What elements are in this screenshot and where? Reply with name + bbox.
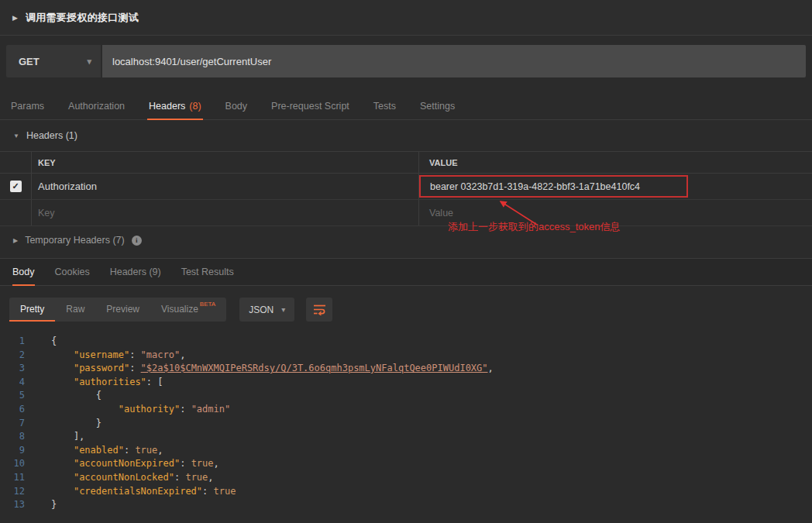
line-number: 3 <box>0 362 25 376</box>
header-value-field[interactable]: bearer 0323b7d1-319a-4822-bbf3-1a71be410… <box>430 181 640 192</box>
view-tab-raw[interactable]: Raw <box>55 298 95 322</box>
line-number: 6 <box>0 403 25 417</box>
wrap-text-icon <box>313 304 326 315</box>
row-checkbox[interactable] <box>10 181 22 192</box>
temporary-headers-label: Temporary Headers (7) <box>25 235 125 246</box>
line-number-gutter: 12345678910111213 <box>0 335 34 512</box>
format-select[interactable]: JSON <box>239 298 294 322</box>
response-view-bar: PrettyRawPreviewVisualizeBETA JSON <box>0 286 812 331</box>
highlight-box: bearer 0323b7d1-319a-4822-bbf3-1a71be410… <box>419 175 688 198</box>
code-line: ], <box>51 430 812 444</box>
code-line: "accountNonExpired": true, <box>51 457 812 471</box>
line-number: 10 <box>0 457 25 471</box>
line-number: 5 <box>0 389 25 403</box>
line-number: 2 <box>0 349 25 363</box>
line-number: 13 <box>0 498 25 512</box>
view-mode-switcher: PrettyRawPreviewVisualizeBETA <box>9 298 226 322</box>
key-column-header: KEY <box>31 152 418 173</box>
annotation-text: 添加上一步获取到的access_token信息 <box>448 220 621 234</box>
headers-section-title: Headers (1) <box>26 130 77 141</box>
table-row: Authorization bearer 0323b7d1-319a-4822-… <box>0 174 812 200</box>
code-line: } <box>51 498 812 512</box>
view-tab-pretty[interactable]: Pretty <box>9 298 55 322</box>
method-label: GET <box>19 56 40 67</box>
code-line: { <box>51 389 812 403</box>
response-tab-test-results[interactable]: Test Results <box>181 259 234 285</box>
request-tab-headers[interactable]: Headers(8) <box>147 93 203 119</box>
code-line: "accountNonLocked": true, <box>51 471 812 485</box>
line-number: 1 <box>0 335 25 349</box>
headers-section-toggle[interactable]: Headers (1) <box>0 120 812 151</box>
response-tab-body[interactable]: Body <box>12 259 35 285</box>
request-title-bar: 调用需要授权的接口测试 <box>0 0 812 36</box>
info-icon[interactable] <box>132 236 142 246</box>
request-tab-settings[interactable]: Settings <box>418 93 456 119</box>
line-number: 4 <box>0 376 25 390</box>
table-row-empty: Key Value <box>0 200 812 226</box>
chevron-down-icon <box>281 305 285 314</box>
code-line: "authority": "admin" <box>51 403 812 417</box>
code-line: { <box>51 335 812 349</box>
code-line: "username": "macro", <box>51 349 812 363</box>
code-line: "credentialsNonExpired": true <box>51 485 812 499</box>
line-number: 9 <box>0 444 25 458</box>
request-tab-params[interactable]: Params <box>9 93 46 119</box>
header-checkbox-column <box>0 152 31 173</box>
line-number: 11 <box>0 471 25 485</box>
request-tab-body[interactable]: Body <box>224 93 249 119</box>
chevron-right-icon <box>13 237 18 244</box>
wrap-text-button[interactable] <box>306 298 332 322</box>
value-column-header: VALUE <box>418 152 812 173</box>
headers-table: KEY VALUE Authorization bearer 0323b7d1-… <box>0 151 812 226</box>
method-select[interactable]: GET <box>6 45 101 77</box>
chevron-down-icon <box>87 57 91 67</box>
line-number: 8 <box>0 430 25 444</box>
request-tabs: ParamsAuthorizationHeaders(8)BodyPre-req… <box>0 93 812 120</box>
headers-table-header: KEY VALUE <box>0 152 812 174</box>
headers-editor: Headers (1) KEY VALUE Authorization bear… <box>0 120 812 254</box>
key-input-placeholder[interactable]: Key <box>31 200 418 225</box>
url-input[interactable]: localhost:9401/user/getCurrentUser <box>102 45 806 77</box>
request-tab-authorization[interactable]: Authorization <box>67 93 126 119</box>
request-url-bar: GET localhost:9401/user/getCurrentUser <box>0 36 812 77</box>
line-number: 7 <box>0 417 25 431</box>
response-tabs: BodyCookiesHeaders (9)Test Results <box>0 258 812 286</box>
code-line: } <box>51 417 812 431</box>
format-label: JSON <box>249 305 274 315</box>
response-body-viewer[interactable]: 12345678910111213 { "username": "macro",… <box>0 331 812 512</box>
response-tab-cookies[interactable]: Cookies <box>55 259 90 285</box>
collapse-arrow-icon[interactable] <box>12 14 18 22</box>
response-tab-headers-9[interactable]: Headers (9) <box>110 259 161 285</box>
json-code: { "username": "macro", "password": "$2a$… <box>34 335 812 512</box>
line-number: 12 <box>0 485 25 499</box>
chevron-down-icon <box>13 132 19 139</box>
view-tab-visualize[interactable]: VisualizeBETA <box>150 298 226 322</box>
request-tab-pre-request-script[interactable]: Pre-request Script <box>270 93 351 119</box>
code-line: "password": "$2a$10$CMnWXMQIPeRSRdsy/Q/3… <box>51 362 812 376</box>
view-tab-preview[interactable]: Preview <box>95 298 150 322</box>
code-line: "authorities": [ <box>51 376 812 390</box>
request-title: 调用需要授权的接口测试 <box>26 11 139 25</box>
header-key-field[interactable]: Authorization <box>31 174 418 199</box>
temporary-headers-toggle[interactable]: Temporary Headers (7) <box>0 226 812 254</box>
request-tab-tests[interactable]: Tests <box>372 93 397 119</box>
code-line: "enabled": true, <box>51 444 812 458</box>
